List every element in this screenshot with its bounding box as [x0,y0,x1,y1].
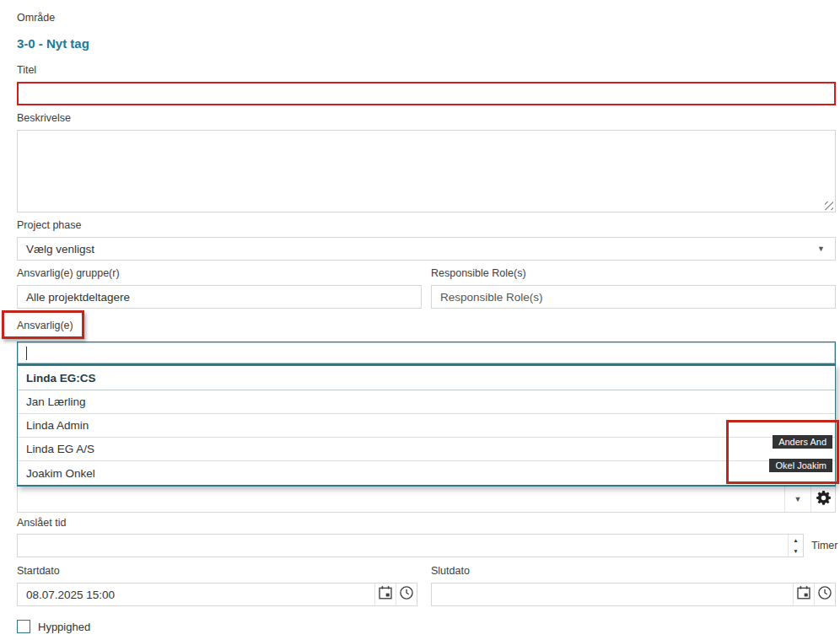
suggestion-item[interactable]: Joakim Onkel [18,461,835,485]
beskrivelse-label: Beskrivelse [17,112,840,124]
anslaet-tid-label: Anslået tid [17,517,840,529]
annotation-box-tooltips [726,420,839,484]
text-caret [26,347,27,360]
ansvarlige-label-wrap: Ansvarlig(e) [17,317,73,332]
calendar-icon [796,585,811,604]
slutdato-input[interactable] [431,583,836,606]
calendar-icon [378,585,393,604]
suggestion-group-header: Linda EG:CS [18,366,835,390]
suggestions-popup: Linda EG:CS Jan Lærling Linda Admin Lind… [17,364,836,487]
assigned-users-value-area[interactable] [18,487,784,512]
anslaet-tid-input[interactable]: ▲ ▼ [17,534,804,557]
task-form-page: Område 3-0 - Nyt tag Titel Beskrivelse P… [0,0,840,640]
responsible-roles-placeholder: Responsible Role(s) [440,291,543,304]
anslaet-tid-value-area[interactable] [18,535,788,557]
chevron-down-icon: ▼ [817,245,825,253]
ansvarlige-input[interactable] [17,342,836,364]
spinner-down-button[interactable]: ▼ [789,546,803,557]
page-title: 3-0 - Nyt tag [17,36,840,51]
startdato-label: Startdato [17,565,417,577]
resize-handle-icon[interactable] [825,202,833,210]
project-phase-value: Vælg venligst [26,243,94,255]
clock-icon [817,585,832,604]
ansvarlig-grupper-value: Alle projektdeltagere [26,291,130,304]
startdato-input[interactable]: 08.07.2025 15:00 [17,583,417,606]
suggestion-item[interactable]: Linda Admin [18,414,835,438]
titel-input[interactable] [17,82,836,105]
chevron-down-icon: ▼ [794,496,802,503]
suggestion-item[interactable]: Linda EG A/S [18,438,835,461]
clock-icon [399,585,414,604]
spinner-up-button[interactable]: ▲ [789,535,803,546]
gear-icon [816,491,831,508]
titel-label: Titel [17,64,840,76]
slutdato-time-button[interactable] [814,584,835,605]
assigned-users-select[interactable]: ▼ [17,487,836,513]
ansvarlig-grupper-label: Ansvarlig(e) gruppe(r) [17,267,422,279]
hyppighed-label: Hyppighed [38,621,90,633]
annotation-box-label [2,310,84,339]
startdato-value[interactable]: 08.07.2025 15:00 [18,584,374,605]
area-label: Område [17,12,840,24]
suggestion-item[interactable]: Jan Lærling [18,390,835,414]
beskrivelse-textarea[interactable] [17,130,836,212]
startdato-calendar-button[interactable] [374,584,396,605]
numeric-spinner: ▲ ▼ [788,535,803,557]
slutdato-label: Slutdato [431,565,836,577]
suggestions-list: Linda EG:CS Jan Lærling Linda Admin Lind… [17,364,836,487]
responsible-roles-label: Responsible Role(s) [431,267,836,279]
project-phase-label: Project phase [17,219,840,231]
hyppighed-row: Hyppighed [17,620,840,633]
settings-button[interactable] [810,487,835,512]
hyppighed-checkbox[interactable] [17,620,30,633]
project-phase-select[interactable]: Vælg venligst ▼ [17,237,836,261]
startdato-time-button[interactable] [396,584,417,605]
timer-unit-label: Timer [811,540,837,551]
responsible-roles-input[interactable]: Responsible Role(s) [431,285,836,309]
open-dropdown-button[interactable]: ▼ [784,487,810,512]
ansvarlig-grupper-input[interactable]: Alle projektdeltagere [17,285,422,309]
slutdato-value[interactable] [432,584,793,605]
slutdato-calendar-button[interactable] [793,584,814,605]
